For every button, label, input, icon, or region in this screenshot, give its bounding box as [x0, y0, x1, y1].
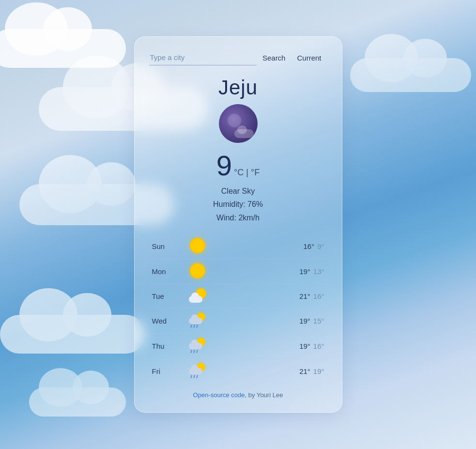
forecast-high: 21°	[299, 367, 310, 375]
unit-separator: |	[246, 168, 251, 177]
forecast-row: Wed 19°15°	[149, 308, 327, 333]
temperature-units: °C | °F	[234, 168, 260, 178]
weather-card: Search Current Jeju 9 °C | °F Clear Sky …	[134, 36, 342, 413]
forecast-high: 21°	[299, 292, 310, 300]
condition-text: Clear Sky	[213, 185, 263, 198]
forecast-temps: 21°16°	[217, 284, 327, 308]
footer: Open-source code, by Youri Lee	[193, 391, 283, 399]
cloud-decoration	[350, 58, 471, 92]
forecast-icon-cell	[178, 333, 217, 358]
forecast-day: Sun	[149, 234, 178, 259]
sun-icon	[190, 238, 205, 253]
forecast-icon-cell	[178, 259, 217, 284]
forecast-day: Fri	[149, 358, 178, 384]
forecast-row: Tue 21°16°	[149, 284, 327, 308]
forecast-low: 19°	[313, 367, 324, 375]
rain-icon	[189, 338, 206, 353]
wind-text: Wind: 2km/h	[213, 211, 263, 224]
cloudy-night-icon	[219, 104, 258, 143]
forecast-low: 16°	[313, 342, 324, 350]
forecast-temps: 16°9°	[217, 234, 327, 259]
city-name: Jeju	[218, 76, 258, 99]
rain-icon	[189, 312, 206, 328]
forecast-day: Mon	[149, 259, 178, 284]
forecast-row: Fri 21°19°	[149, 358, 327, 384]
forecast-high: 19°	[299, 317, 310, 325]
forecast-row: Mon19°13°	[149, 259, 327, 284]
cloud-decoration	[29, 387, 126, 417]
forecast-icon-cell	[178, 308, 217, 333]
search-button[interactable]: Search	[257, 51, 292, 65]
forecast-low: 15°	[313, 317, 324, 325]
temperature-value: 9	[216, 152, 232, 180]
forecast-temps: 21°19°	[217, 358, 327, 384]
current-location-button[interactable]: Current	[291, 51, 327, 65]
forecast-icon-cell	[178, 284, 217, 308]
forecast-icon-cell	[178, 234, 217, 259]
forecast-high: 19°	[299, 342, 310, 350]
weather-description: Clear Sky Humidity: 76% Wind: 2km/h	[213, 185, 263, 224]
forecast-temps: 19°16°	[217, 333, 327, 358]
author-text: by Youri Lee	[246, 391, 283, 399]
forecast-low: 13°	[313, 267, 324, 276]
forecast-high: 16°	[303, 242, 314, 250]
rain-icon	[189, 363, 206, 378]
forecast-row: Thu 19°16°	[149, 333, 327, 358]
forecast-low: 16°	[313, 292, 324, 300]
sun-icon	[190, 263, 205, 279]
forecast-day: Thu	[149, 333, 178, 358]
forecast-high: 19°	[299, 267, 310, 276]
temperature-display: 9 °C | °F	[216, 152, 260, 180]
humidity-text: Humidity: 76%	[213, 198, 263, 211]
open-source-link[interactable]: Open-source code,	[193, 391, 247, 399]
forecast-day: Wed	[149, 308, 178, 333]
fahrenheit-label[interactable]: °F	[251, 168, 260, 177]
cloud-decoration	[0, 315, 145, 354]
forecast-row: Sun16°9°	[149, 234, 327, 259]
cloud-icon-overlay	[234, 129, 254, 138]
forecast-temps: 19°13°	[217, 259, 327, 284]
forecast-table: Sun16°9°Mon19°13°Tue 21°16°Wed 19°15°Thu	[149, 234, 327, 384]
partly-cloudy-icon	[189, 288, 206, 303]
forecast-low: 9°	[317, 242, 324, 250]
search-row: Search Current	[149, 50, 327, 65]
forecast-day: Tue	[149, 284, 178, 308]
celsius-label[interactable]: °C	[234, 168, 244, 177]
search-input[interactable]	[149, 50, 257, 65]
forecast-icon-cell	[178, 358, 217, 384]
forecast-temps: 19°15°	[217, 308, 327, 333]
